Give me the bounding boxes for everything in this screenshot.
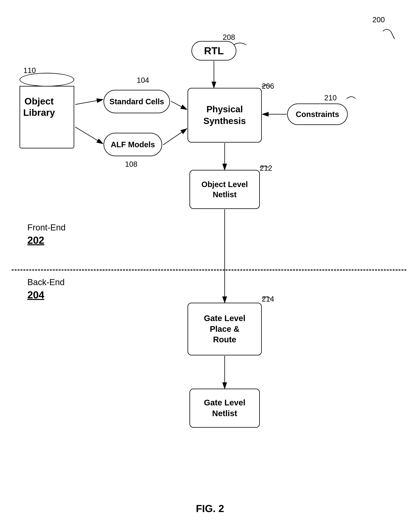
svg-line-5 [171, 101, 187, 109]
physical-synthesis-node: Physical Synthesis [188, 88, 262, 143]
gate-netlist-node: Gate Level Netlist [190, 389, 260, 428]
svg-line-4 [75, 127, 103, 144]
gate-pr-node: Gate Level Place & Route [188, 303, 262, 355]
rtl-label: RTL [204, 45, 224, 57]
standard-cells-label: Standard Cells [109, 97, 164, 106]
svg-line-6 [163, 129, 187, 145]
dashed-divider [12, 269, 406, 270]
constraints-node: Constraints [287, 103, 348, 125]
rtl-node: RTL [192, 41, 236, 60]
gate-pr-label: Gate Level Place & Route [204, 313, 245, 345]
ref-208: 208 [223, 33, 235, 42]
ref-108: 108 [125, 160, 137, 169]
physical-synthesis-label: Physical Synthesis [203, 103, 246, 127]
ref-104: 104 [137, 76, 149, 85]
backend-num: 204 [27, 289, 44, 301]
cylinder-top [19, 73, 74, 87]
backend-label: Back-End [27, 277, 65, 287]
ref-200: 200 [373, 16, 385, 24]
ref-212: 212 [260, 164, 272, 172]
object-library-label: Object Library [12, 96, 66, 118]
object-level-netlist-node: Object Level Netlist [190, 170, 260, 209]
svg-line-3 [75, 100, 103, 104]
svg-line-2 [391, 31, 395, 39]
frontend-num: 202 [27, 234, 44, 246]
figure-label: FIG. 2 [196, 503, 224, 514]
object-level-netlist-label: Object Level Netlist [201, 179, 248, 200]
ref-206: 206 [262, 82, 274, 90]
alf-models-node: ALF Models [104, 133, 162, 156]
ref-214: 214 [262, 295, 274, 303]
standard-cells-node: Standard Cells [104, 90, 170, 113]
alf-models-label: ALF Models [111, 140, 155, 149]
constraints-label: Constraints [296, 110, 339, 119]
frontend-label: Front-End [27, 223, 66, 232]
diagram-container: 200 110 Object Library 104 Standard Cell… [0, 0, 420, 530]
ref-210: 210 [324, 94, 337, 102]
gate-netlist-label: Gate Level Netlist [204, 398, 245, 419]
